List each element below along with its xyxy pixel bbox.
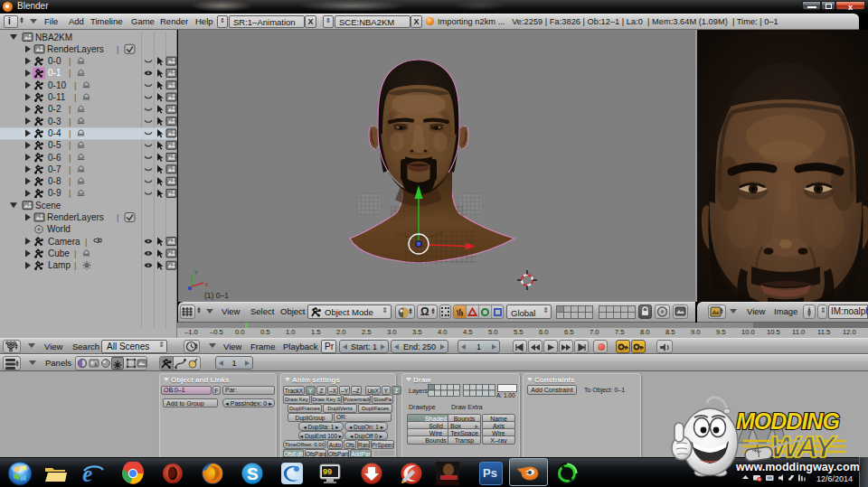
svg-text:|: | [74, 81, 76, 90]
svg-text:0-1: 0-1 [48, 68, 61, 78]
svg-text:|: | [69, 69, 71, 78]
svg-text:0-10: 0-10 [48, 80, 66, 90]
svg-text:|: | [69, 189, 71, 198]
svg-text:|: | [74, 261, 76, 270]
svg-text:Camera: Camera [48, 237, 80, 247]
svg-text:|: | [69, 57, 71, 66]
svg-text:0-9: 0-9 [48, 188, 61, 198]
svg-text:|: | [74, 249, 76, 258]
svg-text:|: | [74, 93, 76, 102]
svg-text:(1) 0–1: (1) 0–1 [204, 291, 229, 300]
svg-text:|: | [69, 165, 71, 174]
svg-text:|: | [69, 129, 71, 138]
svg-text:y: y [194, 268, 198, 276]
svg-text:WAY: WAY [770, 429, 837, 464]
svg-text:RenderLayers: RenderLayers [47, 44, 104, 54]
svg-text:Scene: Scene [35, 201, 61, 211]
svg-text:S: S [247, 464, 259, 483]
svg-text:e: e [82, 462, 93, 485]
svg-text:0-5: 0-5 [48, 140, 61, 150]
svg-text:|: | [69, 117, 71, 126]
svg-text:NBA2KM: NBA2KM [35, 33, 72, 42]
svg-text:0-0: 0-0 [48, 56, 61, 66]
svg-text:0-4: 0-4 [48, 128, 61, 138]
svg-text:|: | [69, 141, 71, 150]
svg-text:0-2: 0-2 [48, 104, 61, 114]
svg-text:0-7: 0-7 [48, 164, 61, 174]
svg-text:|: | [117, 45, 118, 54]
svg-text:World: World [47, 224, 71, 234]
svg-text:99: 99 [323, 467, 332, 476]
svg-text:RenderLayers: RenderLayers [47, 212, 104, 222]
svg-text:|: | [117, 213, 118, 222]
svg-text:|: | [85, 238, 87, 247]
svg-text:0-6: 0-6 [48, 153, 61, 163]
svg-text:|: | [69, 177, 71, 186]
svg-text:0-8: 0-8 [48, 176, 61, 186]
svg-text:MODDING: MODDING [736, 408, 839, 434]
svg-text:0-3: 0-3 [48, 117, 61, 126]
svg-text:|: | [69, 105, 71, 114]
svg-text:x: x [205, 281, 209, 287]
svg-text:0-11: 0-11 [48, 92, 66, 102]
svg-text:Lamp: Lamp [48, 260, 71, 270]
svg-text:Cube: Cube [48, 248, 70, 258]
svg-text:|: | [69, 154, 71, 163]
